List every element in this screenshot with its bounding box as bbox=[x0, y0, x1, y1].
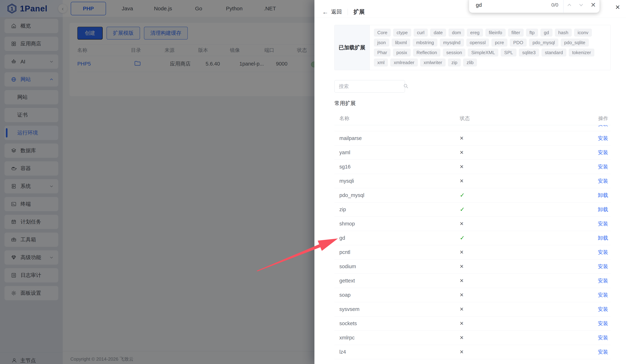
extension-row-sg16: sg16 × 安装 bbox=[334, 160, 611, 174]
loaded-extension-tag-json: json bbox=[374, 39, 389, 46]
extensions-table: 名称 状态 操作 安装 mailparse × 安装 yaml × 安装 sg1… bbox=[334, 112, 611, 359]
loaded-extension-tag-session: session bbox=[443, 49, 465, 56]
loaded-extension-tag-pdo_mysql: pdo_mysql bbox=[529, 39, 558, 46]
find-query-input[interactable]: gd bbox=[476, 2, 551, 8]
search-box bbox=[334, 80, 405, 93]
extension-name: mailparse bbox=[334, 135, 455, 141]
extension-name: gd bbox=[334, 235, 455, 241]
chevron-down-icon bbox=[579, 2, 584, 8]
extension-row-soap: soap × 安装 bbox=[334, 288, 611, 302]
back-arrow-icon[interactable]: ← bbox=[322, 9, 328, 15]
column-name: 名称 bbox=[334, 115, 455, 122]
install-link-sockets[interactable]: 安装 bbox=[598, 321, 608, 326]
install-link-soap[interactable]: 安装 bbox=[598, 292, 608, 298]
loaded-extension-tag-date: date bbox=[430, 29, 446, 36]
install-link-yaml[interactable]: 安装 bbox=[598, 149, 608, 155]
loaded-extension-tag-gd: gd bbox=[541, 29, 552, 36]
loaded-extension-tag-zlib: zlib bbox=[463, 59, 477, 67]
not-installed-x-icon: × bbox=[460, 305, 464, 313]
app-root: 1 1Panel 概览 应用商店 AI 网站 网站 证书 运行 bbox=[0, 0, 626, 364]
extension-row-pcntl: pcntl × 安装 bbox=[334, 245, 611, 259]
loaded-extension-tag-openssl: openssl bbox=[466, 39, 489, 46]
column-action: 操作 bbox=[587, 115, 611, 122]
installed-check-icon: ✓ bbox=[460, 192, 465, 198]
install-link-xmlrpc[interactable]: 安装 bbox=[598, 335, 608, 340]
extensions-rows: mailparse × 安装 yaml × 安装 sg16 × 安装 mysql… bbox=[334, 131, 611, 359]
loaded-extensions-tags: Corectypecurldatedomeregfileinfofilterft… bbox=[370, 25, 611, 70]
extension-row-xmlrpc: xmlrpc × 安装 bbox=[334, 331, 611, 345]
loaded-extension-tag-pcre: pcre bbox=[492, 39, 507, 46]
loaded-extension-tag-standard: standard bbox=[542, 49, 566, 56]
find-close-icon[interactable]: ✕ bbox=[587, 0, 599, 13]
uninstall-link-zip[interactable]: 卸载 bbox=[598, 207, 608, 212]
section-title: 常用扩展 bbox=[334, 100, 611, 107]
chevron-up-icon bbox=[567, 2, 572, 8]
not-installed-x-icon: × bbox=[460, 263, 464, 270]
extension-name: sockets bbox=[334, 321, 455, 327]
loaded-extension-tag-SPL: SPL bbox=[501, 49, 516, 56]
loaded-extension-tag-zip: zip bbox=[448, 59, 461, 67]
extension-name: yaml bbox=[334, 149, 455, 155]
drawer-mask-overlay[interactable] bbox=[0, 0, 314, 364]
extension-name: soap bbox=[334, 292, 455, 298]
loaded-extension-tag-posix: posix bbox=[393, 49, 411, 56]
loaded-extension-tag-ftp: ftp bbox=[526, 29, 538, 36]
extension-name: sg16 bbox=[334, 164, 455, 170]
not-installed-x-icon: × bbox=[460, 149, 464, 156]
find-previous-button[interactable] bbox=[563, 0, 575, 13]
not-installed-x-icon: × bbox=[460, 291, 464, 298]
installed-check-icon: ✓ bbox=[460, 206, 465, 213]
extension-row-pdo_mysql: pdo_mysql ✓ 卸载 bbox=[334, 188, 611, 202]
not-installed-x-icon: × bbox=[460, 177, 464, 184]
loaded-extension-tag-fileinfo: fileinfo bbox=[485, 29, 506, 36]
install-link-sg16[interactable]: 安装 bbox=[598, 164, 608, 170]
find-match-count: 0/0 bbox=[551, 2, 558, 8]
browser-find-bar: gd 0/0 ✕ bbox=[469, 0, 600, 13]
loaded-extension-tag-xmlwriter: xmlwriter bbox=[420, 59, 446, 67]
loaded-extension-tag-sqlite3: sqlite3 bbox=[519, 49, 539, 56]
extension-name: gettext bbox=[334, 278, 455, 284]
extension-name: lz4 bbox=[334, 349, 455, 355]
installed-check-icon: ✓ bbox=[460, 235, 465, 241]
uninstall-link-gd[interactable]: 卸载 bbox=[598, 235, 608, 241]
find-next-button[interactable] bbox=[575, 0, 587, 13]
loaded-extension-tag-xml: xml bbox=[374, 59, 388, 67]
loaded-extension-tag-Core: Core bbox=[374, 29, 391, 36]
install-link-pcntl[interactable]: 安装 bbox=[598, 249, 608, 255]
not-installed-x-icon: × bbox=[460, 320, 464, 327]
install-link-gettext[interactable]: 安装 bbox=[598, 278, 608, 284]
extension-row-gettext: gettext × 安装 bbox=[334, 274, 611, 288]
back-button[interactable]: 返回 bbox=[331, 8, 342, 15]
extension-row-mailparse: mailparse × 安装 bbox=[334, 131, 611, 146]
extensions-table-header: 名称 状态 操作 bbox=[334, 112, 611, 125]
loaded-extension-tag-mysqlnd: mysqlnd bbox=[440, 39, 464, 46]
extension-name: sodium bbox=[334, 263, 455, 269]
install-link-lz4[interactable]: 安装 bbox=[598, 349, 608, 355]
search-input[interactable] bbox=[339, 83, 403, 89]
not-installed-x-icon: × bbox=[460, 348, 464, 356]
install-link-shmop[interactable]: 安装 bbox=[598, 221, 608, 226]
extension-name: shmop bbox=[334, 221, 455, 227]
install-link-sysvsem[interactable]: 安装 bbox=[598, 306, 608, 312]
loaded-extension-tag-dom: dom bbox=[449, 29, 465, 36]
install-link-mysqli[interactable]: 安装 bbox=[598, 178, 608, 184]
install-link-sodium[interactable]: 安装 bbox=[598, 263, 608, 269]
extension-row-shmop: shmop × 安装 bbox=[334, 217, 611, 231]
extensions-drawer: ← 返回 扩展 × 已加载扩展 Corectypecurldatedomereg… bbox=[314, 0, 626, 364]
close-icon[interactable]: × bbox=[615, 3, 620, 11]
not-installed-x-icon: × bbox=[460, 135, 464, 142]
extension-row-yaml: yaml × 安装 bbox=[334, 146, 611, 160]
loaded-extension-tag-Phar: Phar bbox=[374, 49, 391, 56]
uninstall-link-pdo_mysql[interactable]: 卸载 bbox=[598, 192, 608, 198]
loaded-extension-tag-Reflection: Reflection bbox=[413, 49, 440, 56]
extension-name: zip bbox=[334, 207, 455, 213]
loaded-extension-tag-PDO: PDO bbox=[510, 39, 527, 46]
install-link-mailparse[interactable]: 安装 bbox=[598, 135, 608, 141]
loaded-extension-tag-tokenizer: tokenizer bbox=[569, 49, 594, 56]
loaded-extension-tag-ereg: ereg bbox=[467, 29, 483, 36]
extension-name: sysvsem bbox=[334, 306, 455, 312]
install-link[interactable]: 安装 bbox=[598, 125, 608, 127]
loaded-extension-tag-mbstring: mbstring bbox=[413, 39, 437, 46]
extension-name: xmlrpc bbox=[334, 335, 455, 341]
loaded-extension-tag-libxml: libxml bbox=[392, 39, 410, 46]
